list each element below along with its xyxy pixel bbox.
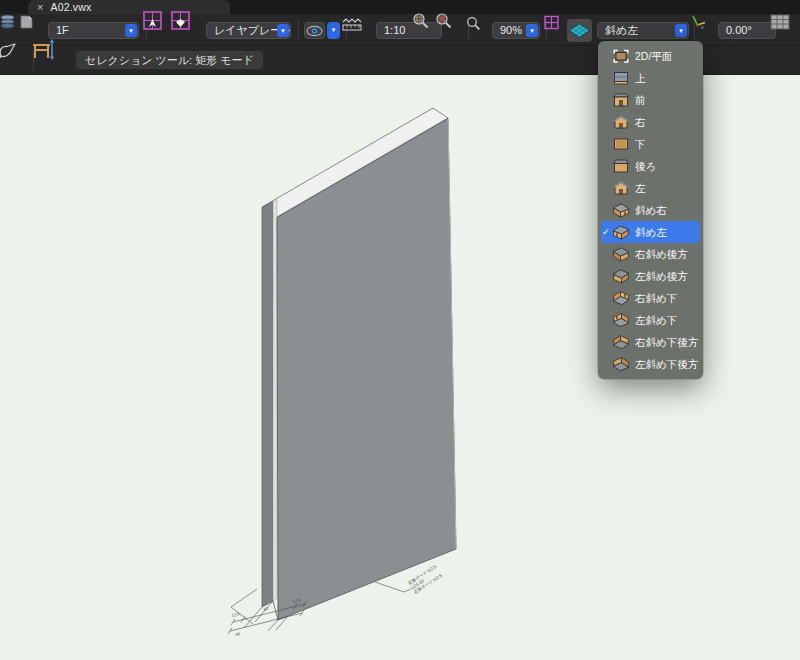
view-menu-item[interactable]: 右斜め後方 bbox=[598, 243, 703, 265]
view-menu-item-label: 斜め左 bbox=[635, 221, 667, 243]
tool-status: セレクション ツール: 矩形 モード bbox=[76, 51, 263, 69]
view-menu-item[interactable]: 左斜め下 bbox=[598, 309, 703, 331]
view-select-value: 斜め左 bbox=[605, 23, 638, 38]
view-menu-item-label: 上 bbox=[635, 67, 646, 89]
view-menu-item[interactable]: ✓ 斜め左 bbox=[601, 221, 700, 243]
wall-leader-line bbox=[375, 582, 411, 592]
view-menu-item[interactable]: 前 bbox=[598, 89, 703, 111]
working-plane-icon[interactable] bbox=[567, 19, 592, 42]
view-menu-item-label: 下 bbox=[635, 133, 646, 155]
house-bottom-icon bbox=[611, 136, 630, 152]
house-top-icon bbox=[611, 70, 630, 86]
view-menu-item-label: 前 bbox=[635, 89, 646, 111]
view-menu-item-label: 左斜め下 bbox=[635, 309, 677, 331]
zoom-value: 90% bbox=[500, 23, 522, 38]
chevron-down-icon[interactable]: ▾ bbox=[277, 24, 289, 37]
house-iso-right-icon bbox=[611, 202, 630, 218]
wall-leader-text: 石膏ボード t12.5 LGS 65 石膏ボード t12.5 bbox=[407, 564, 443, 595]
scale-field[interactable]: 1:10 bbox=[376, 22, 442, 39]
house-left-icon bbox=[611, 180, 630, 196]
view-menu-item-label: 左斜め下後方 bbox=[635, 353, 698, 375]
house-iso-left-back-icon bbox=[611, 268, 630, 284]
tab-bar: × A02.vwx bbox=[0, 0, 800, 14]
visibility-dropdown-icon[interactable]: ▾ bbox=[327, 22, 340, 39]
chevron-down-icon[interactable]: ▾ bbox=[125, 24, 137, 37]
separator bbox=[298, 20, 299, 40]
view-menu-item[interactable]: 上 bbox=[598, 67, 703, 89]
view-menu-item-label: 後ろ bbox=[635, 155, 656, 177]
view-menu-item[interactable]: 左斜め後方 bbox=[598, 265, 703, 287]
scale-value: 1:10 bbox=[384, 23, 405, 38]
close-icon[interactable]: × bbox=[37, 2, 43, 12]
chevron-down-icon[interactable]: ▾ bbox=[526, 24, 538, 37]
view-menu-item-label: 2D/平面 bbox=[635, 45, 672, 67]
view-menu-item-label: 右 bbox=[635, 111, 646, 133]
view-menu-item[interactable]: 後ろ bbox=[598, 155, 703, 177]
wall-bottom-notch bbox=[273, 601, 278, 620]
house-right-icon bbox=[611, 114, 630, 130]
document-tab[interactable]: × A02.vwx bbox=[28, 0, 230, 14]
wall-panel-rear[interactable] bbox=[262, 202, 273, 608]
svg-text:12.5: 12.5 bbox=[231, 611, 241, 618]
svg-text:90: 90 bbox=[235, 631, 241, 637]
angle-value: 0.00° bbox=[726, 23, 752, 38]
view-menu-item[interactable]: 左 bbox=[598, 177, 703, 199]
view-menu-item-label: 右斜め下後方 bbox=[635, 331, 698, 353]
view-menu-item-label: 右斜め後方 bbox=[635, 243, 688, 265]
view-select-menu: 2D/平面 上 前 右 下 後ろ 左 斜め右✓ 斜め左 右斜め後方 bbox=[598, 41, 703, 379]
chevron-down-icon[interactable]: ▾ bbox=[675, 24, 687, 37]
visibility-eye-icon[interactable] bbox=[304, 22, 325, 39]
view-menu-item[interactable]: 2D/平面 bbox=[598, 45, 703, 67]
view-menu-item[interactable]: 斜め右 bbox=[598, 199, 703, 221]
view-menu-item[interactable]: 右斜め下後方 bbox=[598, 331, 703, 353]
plan-view-icon bbox=[611, 48, 630, 64]
layer-select-value: 1F bbox=[56, 23, 69, 38]
wall-panel-gap[interactable] bbox=[273, 200, 277, 602]
view-menu-item-label: 斜め右 bbox=[635, 199, 667, 221]
view-menu-item[interactable]: 左斜め下後方 bbox=[598, 353, 703, 375]
document-title: A02.vwx bbox=[50, 1, 91, 13]
house-iso-right-under-icon bbox=[611, 290, 630, 306]
layer-select[interactable]: 1F ▾ bbox=[48, 22, 139, 39]
house-iso-left-under-icon bbox=[611, 312, 630, 328]
view-menu-item-label: 右斜め下 bbox=[635, 287, 677, 309]
zoom-field[interactable]: 90% ▾ bbox=[492, 22, 540, 39]
view-menu-item-label: 左 bbox=[635, 177, 646, 199]
house-iso-left-under-back-icon bbox=[611, 356, 630, 372]
view-menu-item[interactable]: 下 bbox=[598, 133, 703, 155]
angle-field[interactable]: 0.00° bbox=[718, 22, 776, 39]
svg-text:x: x bbox=[701, 24, 704, 30]
house-iso-right-under-back-icon bbox=[611, 334, 630, 350]
layer-plane-select[interactable]: レイヤプレーン ▾ bbox=[206, 22, 291, 39]
checkmark-icon: ✓ bbox=[602, 221, 610, 243]
house-iso-right-back-icon bbox=[611, 246, 630, 262]
house-back-icon bbox=[611, 158, 630, 174]
view-menu-item-label: 左斜め後方 bbox=[635, 265, 688, 287]
house-front-icon bbox=[611, 92, 630, 108]
house-iso-left-icon bbox=[611, 224, 630, 240]
view-menu-item[interactable]: 右 bbox=[598, 111, 703, 133]
view-menu-item[interactable]: 右斜め下 bbox=[598, 287, 703, 309]
view-select[interactable]: 斜め左 ▾ bbox=[597, 22, 689, 39]
